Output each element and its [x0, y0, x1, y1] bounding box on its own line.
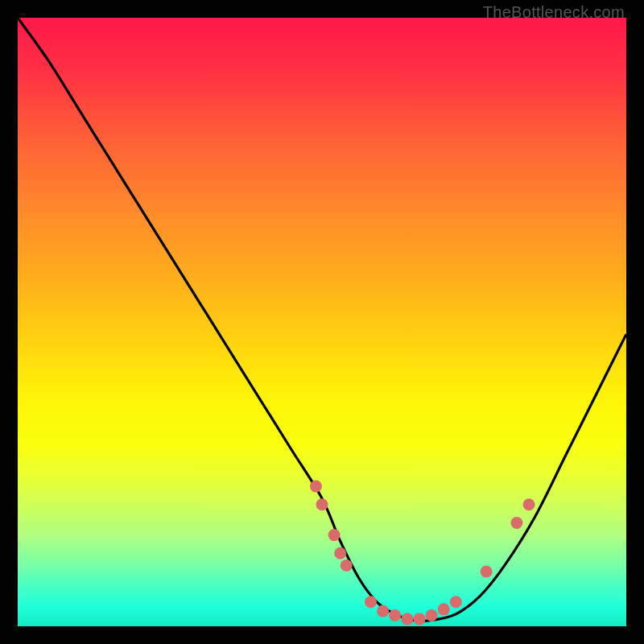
- marker-dot: [401, 613, 413, 625]
- marker-dot: [426, 609, 438, 621]
- chart-svg: [18, 18, 626, 626]
- marker-dot: [377, 605, 389, 617]
- bottleneck-curve: [18, 18, 626, 621]
- marker-dot: [523, 498, 535, 510]
- chart-container: TheBottleneck.com: [0, 0, 644, 644]
- marker-dot: [341, 559, 353, 572]
- marker-dot: [316, 498, 328, 510]
- marker-dot: [365, 596, 377, 608]
- marker-dot: [310, 481, 322, 493]
- plot-area: [18, 18, 626, 626]
- marker-dot: [450, 596, 462, 608]
- marker-dot: [334, 547, 346, 559]
- marker-dot: [481, 565, 493, 577]
- marker-dot: [438, 603, 450, 615]
- marker-dot: [389, 609, 401, 621]
- marker-dots: [310, 481, 535, 625]
- marker-dot: [328, 529, 341, 541]
- marker-dot: [510, 517, 522, 529]
- marker-dot: [413, 613, 425, 625]
